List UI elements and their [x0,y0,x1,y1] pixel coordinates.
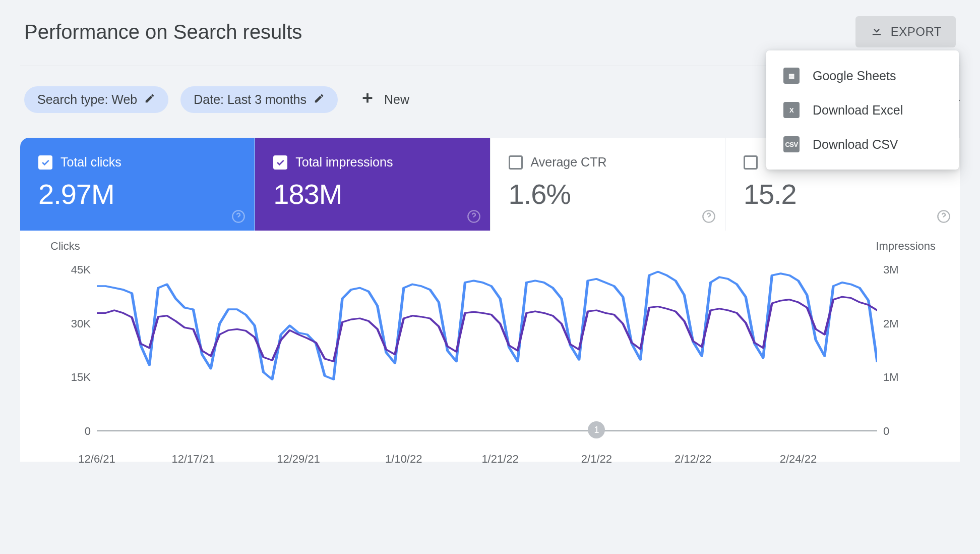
x-tick: 1/10/22 [385,453,422,466]
y-tick-right: 2M [883,317,913,330]
y-tick-left: 15K [63,371,91,384]
card-label: Average CTR [531,155,607,170]
csv-icon: CSV [783,136,800,152]
export-menu-download-csv[interactable]: CSV Download CSV [766,127,959,161]
card-value: 2.97M [38,178,236,210]
filter-date[interactable]: Date: Last 3 months [180,86,338,113]
export-menu-download-excel[interactable]: X Download Excel [766,93,959,127]
plus-icon [360,90,375,108]
filter-search-type-label: Search type: Web [37,92,137,107]
chart-lines [97,270,877,431]
card-value: 1.6% [509,178,707,210]
chart-annotation-badge[interactable]: 1 [588,421,605,438]
export-menu-item-label: Download CSV [813,137,898,152]
sheets-icon: ▦ [783,68,800,84]
x-tick: 2/24/22 [780,453,817,466]
x-tick: 2/1/22 [581,453,612,466]
export-menu-item-label: Google Sheets [813,69,896,83]
pencil-icon [314,92,325,107]
card-average-ctr[interactable]: Average CTR 1.6% [491,138,725,231]
y-axis-left-title: Clicks [50,240,80,253]
export-menu: ▦ Google Sheets X Download Excel CSV Dow… [766,50,959,170]
help-icon[interactable] [467,209,481,224]
y-tick-right: 3M [883,263,913,276]
export-button-label: EXPORT [891,25,942,39]
x-tick: 12/6/21 [78,453,115,466]
y-tick-right: 1M [883,371,913,384]
card-total-clicks[interactable]: Total clicks 2.97M [20,138,255,231]
chart-baseline [97,430,877,431]
checkbox-checked-icon [38,155,52,170]
filter-search-type[interactable]: Search type: Web [24,86,168,113]
card-label: Total impressions [295,155,393,170]
card-value: 183M [273,178,471,210]
card-label: Total clicks [60,155,121,170]
x-tick: 2/12/22 [675,453,711,466]
export-menu-google-sheets[interactable]: ▦ Google Sheets [766,59,959,93]
new-filter-label: New [384,92,409,107]
help-icon[interactable] [937,209,951,224]
y-axis-right-title: Impressions [876,240,936,253]
checkbox-unchecked-icon [744,155,758,170]
filter-date-label: Date: Last 3 months [194,92,307,107]
card-value: 15.2 [744,178,942,210]
y-tick-left: 0 [63,425,91,438]
x-tick: 1/21/22 [481,453,518,466]
export-button[interactable]: EXPORT [855,16,956,47]
y-tick-left: 45K [63,263,91,276]
export-menu-item-label: Download Excel [813,103,903,118]
x-tick: 12/17/21 [171,453,215,466]
new-filter-button[interactable]: New [350,85,419,114]
chart-panel: Clicks Impressions 45K30K15K03M2M1M012/6… [20,231,960,462]
page-title: Performance on Search results [24,21,302,43]
help-icon[interactable] [231,209,246,224]
download-icon [870,23,884,40]
help-icon[interactable] [702,209,716,224]
y-tick-left: 30K [63,317,91,330]
x-tick: 12/29/21 [277,453,320,466]
chart-body: 45K30K15K03M2M1M012/6/2112/17/2112/29/21… [97,270,877,431]
y-tick-right: 0 [883,425,913,438]
pencil-icon [144,92,155,107]
checkbox-unchecked-icon [509,155,523,170]
chart-series-clicks [97,272,877,379]
card-total-impressions[interactable]: Total impressions 183M [255,138,490,231]
checkbox-checked-icon [273,155,287,170]
excel-icon: X [783,102,800,118]
